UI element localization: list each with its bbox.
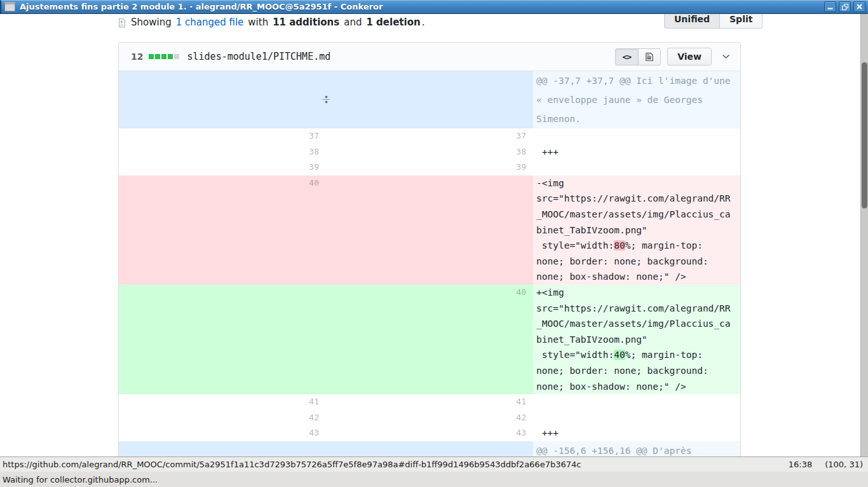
- rich-diff-icon: [646, 52, 653, 62]
- file-header-actions: <> View: [615, 48, 734, 65]
- additions-count: 11 additions: [273, 17, 339, 28]
- summary-middle: with: [248, 17, 268, 28]
- code-line: [533, 128, 740, 144]
- status-bar: https://github.com/alegrand/RR_MOOC/comm…: [0, 456, 868, 487]
- diff-view-toggle: Unified Split: [664, 14, 763, 29]
- old-line-number[interactable]: [119, 285, 326, 394]
- code-line: [533, 410, 740, 426]
- diffstat-added-block: [155, 54, 160, 59]
- status-url-row: https://github.com/alegrand/RR_MOOC/comm…: [0, 456, 868, 472]
- unified-view-button[interactable]: Unified: [664, 14, 720, 29]
- old-line-number[interactable]: 40: [119, 175, 326, 285]
- status-message: Waiting for collector.githubapp.com...: [3, 475, 158, 484]
- page-viewport: Showing 1 changed file with 11 additions…: [0, 14, 860, 456]
- code-line: +++: [533, 144, 740, 160]
- new-line-number[interactable]: 41: [326, 394, 533, 410]
- deletions-count: 1 deletion: [366, 17, 420, 28]
- split-view-button[interactable]: Split: [719, 14, 763, 29]
- chevron-down-icon: [722, 54, 730, 59]
- minimize-button[interactable]: [824, 1, 836, 12]
- file-diff-icon: [118, 17, 126, 27]
- old-line-number[interactable]: 42: [119, 410, 326, 426]
- summary-conj: and: [344, 17, 362, 28]
- window-controls: [824, 1, 865, 12]
- code-line: [533, 160, 740, 175]
- diff-summary: Showing 1 changed file with 11 additions…: [118, 15, 424, 30]
- diff-row-addition: 40+<img src="https://rawgit.com/alegrand…: [119, 285, 740, 394]
- new-line-number[interactable]: [326, 175, 533, 285]
- rich-diff-button[interactable]: [638, 48, 661, 65]
- diff-row-context: 4343 +++: [119, 425, 740, 441]
- new-line-number[interactable]: 39: [326, 160, 533, 175]
- new-line-number[interactable]: 37: [326, 128, 533, 144]
- new-line-number[interactable]: 42: [326, 410, 533, 426]
- diffstat-added-block: [168, 54, 173, 59]
- diff-row-context: 3737: [119, 128, 740, 144]
- vertical-scrollbar[interactable]: [860, 14, 868, 456]
- summary-prefix: Showing: [131, 17, 172, 28]
- file-header: 12 slides-module1/PITCHME.md <> View: [119, 43, 740, 71]
- added-word: 40: [614, 350, 625, 360]
- diff-row-deletion: 40-<img src="https://rawgit.com/alegrand…: [119, 175, 740, 285]
- diff-row-context: 4242: [119, 410, 740, 426]
- diff-table: @@ -37,7 +37,7 @@ Ici l'image d'une « en…: [119, 71, 740, 456]
- window-titlebar: Ajustements fins partie 2 module 1. · al…: [0, 0, 868, 14]
- scrollbar-thumb[interactable]: [862, 62, 867, 209]
- new-line-number[interactable]: 38: [326, 144, 533, 160]
- source-diff-button[interactable]: <>: [615, 48, 639, 65]
- expand-hunk-button[interactable]: [119, 441, 533, 456]
- changed-lines-count: 12: [131, 51, 143, 62]
- diff-row-hunk: @@ -156,6 +156,16 @@ D'après Frédéric Ba…: [119, 441, 740, 456]
- changed-file-panel: 12 slides-module1/PITCHME.md <> View: [118, 42, 741, 456]
- code-line: -<img src="https://rawgit.com/alegrand/R…: [533, 175, 740, 285]
- status-caret-position: (100, 31): [825, 460, 863, 469]
- file-path-link[interactable]: slides-module1/PITCHME.md: [187, 51, 330, 62]
- changed-file-link[interactable]: 1 changed file: [176, 17, 244, 28]
- new-line-number[interactable]: 40: [326, 285, 533, 394]
- old-line-number[interactable]: 39: [119, 160, 326, 175]
- close-button[interactable]: [853, 1, 865, 12]
- old-line-number[interactable]: 37: [119, 128, 326, 144]
- old-line-number[interactable]: 38: [119, 144, 326, 160]
- hunk-header-text: @@ -37,7 +37,7 @@ Ici l'image d'une « en…: [533, 71, 740, 128]
- diff-row-context: 3838 +++: [119, 144, 740, 160]
- browser-window: Showing 1 changed file with 11 additions…: [0, 0, 868, 487]
- code-line: +++: [533, 425, 740, 441]
- window-title: Ajustements fins partie 2 module 1. · al…: [20, 2, 383, 11]
- diffstat-neutral-block: [174, 54, 179, 59]
- status-url: https://github.com/alegrand/RR_MOOC/comm…: [3, 460, 789, 469]
- diff-row-context: 4141: [119, 394, 740, 410]
- removed-word: 80: [614, 240, 625, 250]
- hunk-header-text: @@ -156,6 +156,16 @@ D'après Frédéric Ba…: [533, 441, 740, 456]
- diff-render-toggle: <>: [615, 48, 661, 65]
- diff-row-context: 3939: [119, 160, 740, 175]
- diffstat-added-block: [161, 54, 166, 59]
- status-time: 16:38: [789, 460, 812, 469]
- unfold-icon: [322, 94, 330, 106]
- restore-button[interactable]: [839, 1, 851, 12]
- view-file-button[interactable]: View: [667, 48, 712, 65]
- old-line-number[interactable]: 41: [119, 394, 326, 410]
- code-line: +<img src="https://rawgit.com/alegrand/R…: [533, 285, 740, 394]
- window-icon: [4, 2, 15, 11]
- status-indicators: 16:38 (100, 31): [789, 460, 863, 469]
- file-options-button[interactable]: [718, 51, 734, 62]
- summary-suffix: .: [422, 17, 425, 28]
- diffstat-blocks: [149, 54, 179, 59]
- status-message-row: Waiting for collector.githubapp.com...: [0, 472, 868, 487]
- diff-row-hunk: @@ -37,7 +37,7 @@ Ici l'image d'une « en…: [119, 71, 740, 128]
- new-line-number[interactable]: 43: [326, 425, 533, 441]
- diffstat-added-block: [149, 54, 154, 59]
- expand-hunk-button[interactable]: [119, 71, 533, 128]
- old-line-number[interactable]: 43: [119, 425, 326, 441]
- code-line: [533, 394, 740, 410]
